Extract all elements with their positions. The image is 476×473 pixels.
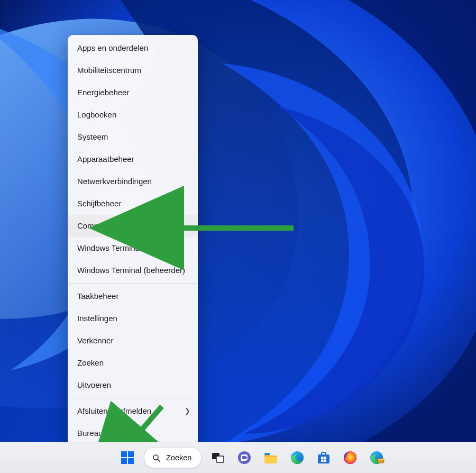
menu-item-device-mgr[interactable]: Apparaatbeheer	[68, 148, 198, 170]
taskbar: Zoeken	[0, 442, 476, 473]
menu-item-terminal-admin[interactable]: Windows Terminal (beheerder)	[68, 259, 198, 281]
file-explorer-button[interactable]	[261, 448, 281, 468]
task-view-button[interactable]	[208, 448, 228, 468]
menu-item-explorer[interactable]: Verkenner	[68, 330, 198, 352]
svg-rect-14	[242, 456, 246, 459]
menu-item-mobility[interactable]: Mobiliteitscentrum	[68, 59, 198, 81]
chevron-right-icon: ❯	[185, 400, 190, 422]
menu-item-search[interactable]: Zoeken	[68, 352, 198, 374]
winx-context-menu: Apps en onderdelenMobiliteitscentrumEner…	[68, 35, 198, 448]
menu-item-run[interactable]: Uitvoeren	[68, 374, 198, 396]
svg-text:CAN: CAN	[378, 460, 384, 463]
menu-item-desktop[interactable]: Bureaublad	[68, 422, 198, 444]
microsoft-store-icon	[316, 450, 331, 465]
menu-item-settings[interactable]: Instellingen	[68, 307, 198, 330]
taskbar-search-label: Zoeken	[166, 453, 191, 462]
start-icon	[120, 450, 135, 465]
svg-rect-6	[128, 458, 134, 464]
edge-icon	[289, 450, 305, 466]
menu-item-taskmgr[interactable]: Taakbeheer	[68, 285, 198, 307]
menu-item-power[interactable]: Energiebeheer	[68, 81, 198, 104]
svg-rect-20	[324, 457, 327, 459]
svg-rect-5	[121, 458, 127, 464]
start-button[interactable]	[117, 448, 138, 468]
chat-button[interactable]	[234, 448, 254, 468]
firefox-icon	[342, 450, 358, 466]
edge-canary-button[interactable]: CAN	[367, 448, 387, 468]
chat-icon	[237, 450, 252, 465]
menu-item-eventlogs[interactable]: Logboeken	[68, 104, 198, 126]
file-explorer-icon	[263, 450, 279, 466]
edge-canary-icon: CAN	[369, 450, 385, 466]
edge-button[interactable]	[287, 448, 307, 468]
menu-item-shutdown[interactable]: Afsluiten of afmelden❯	[68, 400, 198, 422]
menu-separator	[68, 283, 197, 284]
svg-rect-4	[128, 451, 134, 457]
menu-item-diskmgmt[interactable]: Schijfbeheer	[68, 193, 198, 215]
svg-rect-22	[324, 460, 327, 462]
menu-item-compmgmt[interactable]: Computerbeheer	[68, 215, 198, 237]
menu-item-apps-features[interactable]: Apps en onderdelen	[68, 37, 198, 59]
menu-item-terminal[interactable]: Windows Terminal	[68, 237, 198, 259]
desktop: Apps en onderdelenMobiliteitscentrumEner…	[0, 0, 476, 473]
svg-rect-17	[318, 454, 329, 463]
task-view-icon	[210, 450, 225, 465]
taskbar-search[interactable]: Zoeken	[144, 447, 202, 468]
menu-item-network[interactable]: Netwerkverbindingen	[68, 170, 198, 193]
svg-rect-19	[321, 457, 324, 459]
svg-rect-10	[216, 456, 224, 462]
svg-rect-3	[121, 451, 127, 457]
firefox-button[interactable]	[340, 448, 360, 468]
search-icon	[152, 453, 161, 462]
svg-line-8	[158, 459, 160, 461]
menu-separator	[68, 398, 197, 398]
svg-rect-18	[322, 452, 326, 455]
menu-item-system[interactable]: Systeem	[68, 126, 198, 148]
svg-rect-21	[321, 460, 324, 462]
svg-rect-15	[264, 453, 270, 455]
store-button[interactable]	[314, 448, 334, 468]
